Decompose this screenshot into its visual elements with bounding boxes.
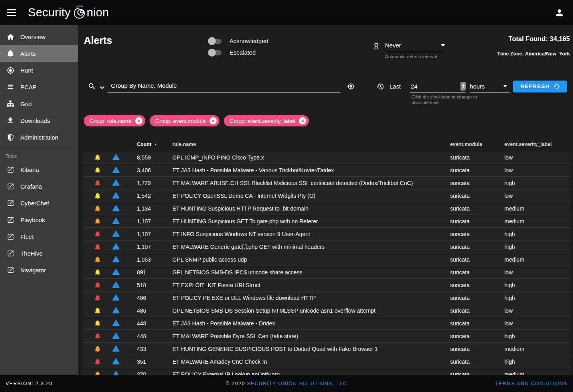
severity-bell-icon[interactable] xyxy=(94,345,101,352)
sidebar-tool-item[interactable]: Grafana xyxy=(0,178,78,195)
alert-warning-icon[interactable] xyxy=(112,319,120,327)
alert-warning-icon[interactable] xyxy=(112,205,120,212)
column-header-rule-name[interactable]: rule.name xyxy=(160,142,450,147)
table-row[interactable]: 891 GPL NETBIOS SMB-DS IPC$ unicode shar… xyxy=(83,266,570,279)
table-row[interactable]: 1,134 ET HUNTING Suspicious HTTP Request… xyxy=(83,202,570,215)
footer: VERSION: 2.3.20 © 2020 SECURITY ONION SO… xyxy=(0,375,573,392)
chevron-down-icon[interactable] xyxy=(100,86,105,89)
table-row[interactable]: 448 ET MALWARE Possible Dyre SSL Cert (f… xyxy=(83,330,570,343)
severity-bell-icon[interactable] xyxy=(94,154,101,161)
toggle-switch-icon[interactable] xyxy=(208,37,223,45)
acknowledged-toggle[interactable]: Acknowledged xyxy=(208,35,269,47)
severity-bell-icon[interactable] xyxy=(94,230,101,237)
sidebar-item-alerts[interactable]: Alerts xyxy=(0,45,78,62)
table-row[interactable]: 1,107 ET HUNTING Suspicious GET To gate.… xyxy=(83,215,570,228)
severity-bell-icon[interactable] xyxy=(94,269,101,276)
sidebar-item-downloads[interactable]: Downloads xyxy=(0,112,78,129)
severity-bell-icon[interactable] xyxy=(94,243,101,250)
severity-bell-icon[interactable] xyxy=(94,358,101,365)
table-row[interactable]: 1,542 ET POLICY OpenSSL Demo CA - Intern… xyxy=(83,189,570,202)
table-row[interactable]: 1,053 GPL SNMP public access udp suricat… xyxy=(83,253,570,266)
severity-bell-icon[interactable] xyxy=(94,294,101,301)
table-row[interactable]: 486 GPL NETBIOS SMB-DS Session Setup NTM… xyxy=(83,304,570,317)
table-row[interactable]: 3,406 ET JA3 Hash - Possible Malware - V… xyxy=(83,164,570,177)
alert-warning-icon[interactable] xyxy=(112,256,120,263)
severity-bell-icon[interactable] xyxy=(94,218,101,225)
sidebar-item-overview[interactable]: Overview xyxy=(0,28,78,45)
severity-bell-icon[interactable] xyxy=(94,333,101,339)
severity-bell-icon[interactable] xyxy=(94,371,101,375)
alert-warning-icon[interactable] xyxy=(112,179,120,187)
home-icon xyxy=(6,32,15,41)
alert-warning-icon[interactable] xyxy=(112,307,120,314)
sidebar-item-pcap[interactable]: PCAP xyxy=(0,79,78,95)
menu-icon[interactable] xyxy=(7,8,17,18)
column-header-severity-label[interactable]: event.severity_label xyxy=(504,142,570,147)
column-header-count[interactable]: Count ▼ xyxy=(124,142,160,147)
alert-warning-icon[interactable] xyxy=(112,230,120,238)
sidebar-tool-item[interactable]: Navigator xyxy=(0,262,78,278)
number-stepper-icon[interactable] xyxy=(460,82,466,91)
toggle-switch-icon[interactable] xyxy=(208,49,223,57)
table-row[interactable]: 518 ET EXPLOIT_KIT Fiesta URI Struct sur… xyxy=(83,279,570,292)
alert-count: 433 xyxy=(124,346,160,352)
chip-close-icon[interactable]: × xyxy=(209,117,217,124)
alert-warning-icon[interactable] xyxy=(112,192,120,199)
sidebar-tool-item[interactable]: Kibana xyxy=(0,161,78,178)
unit-select[interactable]: hours xyxy=(470,80,510,93)
alert-warning-icon[interactable] xyxy=(112,332,120,340)
sidebar-tool-item[interactable]: TheHive xyxy=(0,245,78,262)
chip-close-icon[interactable]: × xyxy=(135,117,142,124)
table-row[interactable]: 351 ET MALWARE Amadey CnC Check-In suric… xyxy=(83,355,570,368)
alert-rule-name: GPL ICMP_INFO PING Cisco Type.x xyxy=(160,154,450,161)
table-row[interactable]: 1,107 ET INFO Suspicious Windows NT vers… xyxy=(83,228,570,240)
alert-warning-icon[interactable] xyxy=(112,268,120,276)
sidebar-tool-item[interactable]: CyberChef xyxy=(0,195,78,211)
severity-bell-icon[interactable] xyxy=(94,167,101,173)
table-row[interactable]: 448 ET JA3 Hash - Possible Malware - Dri… xyxy=(83,317,570,330)
table-row[interactable]: 1,107 ET MALWARE Generic gate[.].php GET… xyxy=(83,240,570,253)
alert-warning-icon[interactable] xyxy=(112,217,120,225)
alert-warning-icon[interactable] xyxy=(112,345,120,353)
severity-bell-icon[interactable] xyxy=(94,282,101,288)
group-chip[interactable]: Group: event.severity_label × xyxy=(224,115,309,126)
escalated-toggle[interactable]: Escalated xyxy=(208,47,269,58)
query-toggle-button[interactable] xyxy=(347,83,355,90)
group-chip-label: Group: event.severity_label xyxy=(229,118,295,124)
company-link[interactable]: SECURITY ONION SOLUTIONS, LLC xyxy=(247,381,347,386)
severity-bell-icon[interactable] xyxy=(94,192,101,199)
severity-bell-icon[interactable] xyxy=(94,205,101,212)
sidebar-item-grid[interactable]: Grid xyxy=(0,95,78,112)
group-chip[interactable]: Group: event.module × xyxy=(150,115,219,126)
alert-warning-icon[interactable] xyxy=(112,358,120,365)
history-clock-icon[interactable] xyxy=(376,83,384,91)
alert-warning-icon[interactable] xyxy=(112,294,120,301)
table-row[interactable]: 270 ET POLICY External IP Lookup api.ipi… xyxy=(83,368,570,375)
alert-warning-icon[interactable] xyxy=(112,243,120,250)
table-row[interactable]: 486 ET POLICY PE EXE or DLL Windows file… xyxy=(83,292,570,304)
sidebar-item-administration[interactable]: Administration xyxy=(0,129,78,146)
severity-bell-icon[interactable] xyxy=(94,256,101,263)
alert-warning-icon[interactable] xyxy=(112,281,120,289)
sidebar-tool-item[interactable]: Playbook xyxy=(0,211,78,228)
alert-warning-icon[interactable] xyxy=(112,166,120,174)
severity-bell-icon[interactable] xyxy=(94,307,101,314)
severity-bell-icon[interactable] xyxy=(94,179,101,186)
alert-warning-icon[interactable] xyxy=(112,370,120,375)
sidebar-item-hunt[interactable]: Hunt xyxy=(0,62,78,79)
table-row[interactable]: 433 ET HUNTING GENERIC SUSPICIOUS POST t… xyxy=(83,343,570,355)
table-row[interactable]: 8,559 GPL ICMP_INFO PING Cisco Type.x su… xyxy=(83,151,570,164)
user-menu-button[interactable] xyxy=(553,6,566,19)
table-row[interactable]: 1,729 ET MALWARE ABUSE.CH SSL Blacklist … xyxy=(83,177,570,189)
group-chip[interactable]: Group: rule.name × xyxy=(84,115,145,126)
terms-link[interactable]: TERMS AND CONDITIONS xyxy=(427,381,567,386)
refresh-interval-select[interactable]: Never Automatic refresh interval xyxy=(385,42,445,59)
alert-warning-icon[interactable] xyxy=(112,154,120,161)
sidebar-tool-item[interactable]: Fleet xyxy=(0,228,78,245)
severity-bell-icon[interactable] xyxy=(94,320,101,327)
duration-input[interactable] xyxy=(410,83,446,90)
column-header-event-module[interactable]: event.module xyxy=(450,142,504,147)
search-input[interactable] xyxy=(107,82,340,91)
chip-close-icon[interactable]: × xyxy=(299,117,306,124)
refresh-button[interactable]: REFRESH xyxy=(513,81,567,93)
